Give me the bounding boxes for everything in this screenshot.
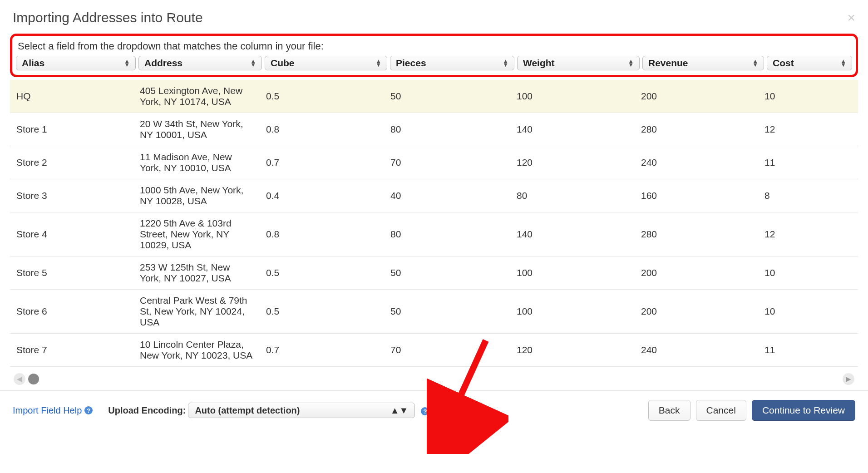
column-mapping-value: Weight	[523, 58, 555, 69]
table-cell: 20 W 34th St, New York, NY 10001, USA	[133, 113, 260, 146]
table-cell: Store 5	[10, 256, 133, 290]
table-cell: Store 7	[10, 334, 133, 367]
column-mapping-value: Address	[144, 58, 182, 69]
column-mapping-value: Cost	[773, 58, 794, 69]
table-cell: 200	[635, 256, 758, 290]
table-cell: 1000 5th Ave, New York, NY 10028, USA	[133, 179, 260, 212]
table-cell: 200	[635, 290, 758, 334]
table-cell: Store 2	[10, 146, 133, 179]
table-row: HQ405 Lexington Ave, New York, NY 10174,…	[10, 80, 858, 113]
table-cell: 80	[384, 212, 510, 256]
table-cell: 0.8	[260, 113, 384, 146]
table-cell: 50	[384, 80, 510, 113]
table-cell: 11 Madison Ave, New York, NY 10010, USA	[133, 146, 260, 179]
table-cell: 1220 5th Ave & 103rd Street, New York, N…	[133, 212, 260, 256]
table-row: Store 710 Lincoln Center Plaza, New York…	[10, 334, 858, 367]
table-cell: 10 Lincoln Center Plaza, New York, NY 10…	[133, 334, 260, 367]
table-row: Store 211 Madison Ave, New York, NY 1001…	[10, 146, 858, 179]
table-cell: 0.4	[260, 179, 384, 212]
table-cell: 140	[510, 212, 635, 256]
table-cell: 11	[758, 334, 858, 367]
table-cell: 0.7	[260, 146, 384, 179]
table-cell: 70	[384, 146, 510, 179]
column-mapping-select[interactable]: Pieces▲▼	[390, 56, 514, 70]
table-cell: 240	[635, 146, 758, 179]
table-cell: 0.5	[260, 80, 384, 113]
table-cell: 280	[635, 113, 758, 146]
table-cell: 100	[510, 256, 635, 290]
table-cell: 50	[384, 290, 510, 334]
table-cell: Store 4	[10, 212, 133, 256]
column-mapping-value: Revenue	[648, 58, 688, 69]
table-row: Store 5253 W 125th St, New York, NY 1002…	[10, 256, 858, 290]
table-cell: 240	[635, 334, 758, 367]
table-row: Store 31000 5th Ave, New York, NY 10028,…	[10, 179, 858, 212]
select-caret-icon: ▲▼	[250, 59, 256, 67]
select-caret-icon: ▲▼	[503, 59, 508, 67]
column-mapping-select[interactable]: Alias▲▼	[16, 56, 136, 70]
table-cell: 100	[510, 290, 635, 334]
table-cell: 12	[758, 113, 858, 146]
modal-footer: Import Field Help ? Upload Encoding: Aut…	[0, 390, 868, 429]
column-mapping-select[interactable]: Revenue▲▼	[642, 56, 764, 70]
table-cell: 10	[758, 290, 858, 334]
table-cell: 10	[758, 256, 858, 290]
table-cell: 280	[635, 212, 758, 256]
mapping-prompt: Select a field from the dropdown that ma…	[18, 40, 852, 52]
cancel-button[interactable]: Cancel	[696, 400, 746, 421]
table-cell: 0.7	[260, 334, 384, 367]
upload-encoding-label: Upload Encoding:	[108, 405, 186, 415]
continue-to-review-button[interactable]: Continue to Review	[752, 400, 855, 421]
select-caret-icon: ▲▼	[124, 59, 130, 67]
column-mapping-select[interactable]: Cost▲▼	[767, 56, 852, 70]
table-row: Store 6Central Park West & 79th St, New …	[10, 290, 858, 334]
table-cell: 100	[510, 80, 635, 113]
column-mapping-value: Pieces	[396, 58, 426, 69]
table-row: Store 120 W 34th St, New York, NY 10001,…	[10, 113, 858, 146]
column-mapping-select[interactable]: Weight▲▼	[517, 56, 640, 70]
table-cell: 11	[758, 146, 858, 179]
table-cell: 200	[635, 80, 758, 113]
column-mapping-panel: Select a field from the dropdown that ma…	[10, 34, 858, 77]
column-mapping-value: Cube	[271, 58, 295, 69]
table-cell: 0.8	[260, 212, 384, 256]
table-cell: 140	[510, 113, 635, 146]
import-field-help-link[interactable]: Import Field Help ?	[13, 405, 93, 416]
table-cell: 405 Lexington Ave, New York, NY 10174, U…	[133, 80, 260, 113]
upload-encoding-value: Auto (attempt detection)	[195, 405, 300, 416]
back-button[interactable]: Back	[648, 400, 690, 421]
table-cell: 120	[510, 146, 635, 179]
help-icon[interactable]: ?	[421, 407, 429, 415]
table-cell: 160	[635, 179, 758, 212]
modal-header: Importing Addresses into Route ×	[0, 0, 868, 34]
table-cell: 8	[758, 179, 858, 212]
select-caret-icon: ▲▼	[840, 59, 846, 67]
table-cell: 40	[384, 179, 510, 212]
table-cell: 12	[758, 212, 858, 256]
table-cell: 10	[758, 80, 858, 113]
table-cell: 0.5	[260, 256, 384, 290]
help-icon: ?	[84, 406, 93, 414]
table-cell: 50	[384, 256, 510, 290]
import-addresses-modal: Importing Addresses into Route × Select …	[0, 0, 868, 473]
horizontal-scroll-nav: ◀ ▶	[0, 367, 868, 389]
select-caret-icon: ▲▼	[375, 59, 381, 67]
scroll-page-indicator	[28, 374, 39, 384]
table-cell: 80	[384, 113, 510, 146]
close-icon[interactable]: ×	[847, 11, 855, 25]
table-cell: 0.5	[260, 290, 384, 334]
upload-encoding-select[interactable]: Auto (attempt detection) ▲▼	[188, 403, 415, 418]
column-mapping-value: Alias	[22, 58, 44, 69]
column-mapping-select[interactable]: Address▲▼	[138, 56, 262, 70]
scroll-left-icon[interactable]: ◀	[14, 373, 25, 385]
modal-title: Importing Addresses into Route	[13, 10, 203, 25]
scroll-right-icon[interactable]: ▶	[843, 373, 854, 385]
help-link-label: Import Field Help	[13, 405, 82, 416]
select-caret-icon: ▲▼	[390, 405, 409, 416]
table-cell: 120	[510, 334, 635, 367]
table-row: Store 41220 5th Ave & 103rd Street, New …	[10, 212, 858, 256]
column-mapping-select[interactable]: Cube▲▼	[265, 56, 387, 70]
table-cell: Store 6	[10, 290, 133, 334]
table-cell: Central Park West & 79th St, New York, N…	[133, 290, 260, 334]
column-select-row: Alias▲▼Address▲▼Cube▲▼Pieces▲▼Weight▲▼Re…	[16, 56, 852, 70]
